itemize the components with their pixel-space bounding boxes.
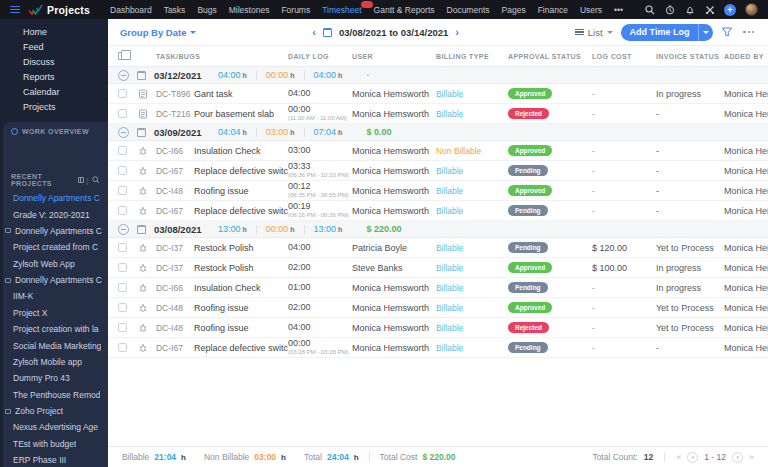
top-nav-item[interactable]: Tasks xyxy=(164,5,186,15)
group-by-dropdown[interactable]: Group By Date xyxy=(120,27,197,38)
recent-project-item[interactable]: Project X xyxy=(3,305,108,321)
col-billing-type[interactable]: BILLING TYPE xyxy=(436,53,508,60)
sidebar-item[interactable]: Home xyxy=(0,24,108,39)
row-checkbox[interactable] xyxy=(118,109,127,118)
collapse-all-icon[interactable] xyxy=(118,52,156,60)
row-checkbox[interactable] xyxy=(118,243,127,252)
row-checkbox[interactable] xyxy=(118,89,127,98)
recent-project-item[interactable]: Donnelly Apartments C xyxy=(3,190,108,206)
item-name[interactable]: Replace defective switches xyxy=(194,343,288,353)
table-row[interactable]: DC-I48 Roofing issue 00:12(06:35 PM - 06… xyxy=(108,181,768,201)
recent-project-item[interactable]: Donnelly Apartments C xyxy=(3,223,108,239)
row-checkbox[interactable] xyxy=(118,323,127,332)
item-name[interactable]: Roofing issue xyxy=(194,323,288,333)
recent-project-item[interactable]: Project creation with la xyxy=(3,321,108,337)
more-options-icon[interactable] xyxy=(741,29,756,35)
item-id[interactable]: DC-I66 xyxy=(156,283,194,293)
first-page-button[interactable]: « xyxy=(676,452,681,462)
recent-project-item[interactable]: Social Media Marketing xyxy=(3,337,108,353)
recent-project-item[interactable]: Grade V: 2020-2021 xyxy=(3,206,108,222)
row-checkbox[interactable] xyxy=(118,166,127,175)
sidebar-item[interactable]: Projects xyxy=(0,99,108,114)
item-id[interactable]: DC-I37 xyxy=(156,243,194,253)
recent-project-item[interactable]: Zylsoft Web App xyxy=(3,256,108,272)
top-nav-item[interactable]: Gantt & Reports xyxy=(374,5,435,15)
col-log-cost[interactable]: LOG COST xyxy=(592,53,656,60)
recent-project-item[interactable]: ERP Phase III xyxy=(3,452,108,467)
item-name[interactable]: Replace defective switches xyxy=(194,206,288,216)
item-id[interactable]: DC-I48 xyxy=(156,186,194,196)
row-checkbox[interactable] xyxy=(118,186,127,195)
sidebar-item[interactable]: Reports xyxy=(0,69,108,84)
col-daily-log[interactable]: DAILY LOG xyxy=(288,53,352,60)
tools-icon[interactable] xyxy=(704,4,715,15)
col-user[interactable]: USER xyxy=(352,53,436,60)
item-id[interactable]: DC-I67 xyxy=(156,166,194,176)
item-name[interactable]: Replace defective switches xyxy=(194,166,288,176)
top-nav-item[interactable]: Documents xyxy=(447,5,490,15)
recent-project-item[interactable]: Project created from C xyxy=(3,239,108,255)
collapse-group-icon[interactable] xyxy=(118,224,129,235)
collapse-group-icon[interactable] xyxy=(118,70,129,81)
top-nav-item[interactable]: Pages xyxy=(502,5,526,15)
item-id[interactable]: DC-T896 xyxy=(156,89,194,99)
row-checkbox[interactable] xyxy=(118,206,127,215)
recent-project-item[interactable]: Dummy Pro 43 xyxy=(3,370,108,386)
project-list-icon[interactable] xyxy=(78,177,84,183)
col-invoice-status[interactable]: INVOICE STATUS xyxy=(656,53,724,60)
sidebar-item[interactable]: Feed xyxy=(0,39,108,54)
project-search-icon[interactable] xyxy=(92,176,100,184)
top-nav-item[interactable]: ••• xyxy=(614,5,623,15)
table-row[interactable]: DC-I48 Roofing issue 04:00 Monica Hemswo… xyxy=(108,318,768,338)
row-checkbox[interactable] xyxy=(118,343,127,352)
table-row[interactable]: DC-I37 Restock Polish 02:00 Steve Banks … xyxy=(108,258,768,278)
item-id[interactable]: DC-I67 xyxy=(156,206,194,216)
item-name[interactable]: Roofing issue xyxy=(194,186,288,196)
add-time-log-dropdown[interactable] xyxy=(698,24,713,41)
last-page-button[interactable]: » xyxy=(749,452,754,462)
user-avatar[interactable] xyxy=(745,3,758,16)
item-id[interactable]: DC-T216 xyxy=(156,109,194,119)
top-nav-item[interactable]: Timesheet xyxy=(322,5,361,15)
row-checkbox[interactable] xyxy=(118,303,127,312)
hamburger-menu-icon[interactable] xyxy=(10,6,20,14)
top-nav-item[interactable]: Forums xyxy=(281,5,310,15)
table-row[interactable]: DC-T896 Gant task 04:00 Monica Hemsworth… xyxy=(108,84,768,104)
sidebar-item[interactable]: Calendar xyxy=(0,84,108,99)
next-week-button[interactable]: › xyxy=(455,27,459,38)
row-checkbox[interactable] xyxy=(118,263,127,272)
table-row[interactable]: DC-I67 Replace defective switches 00:19(… xyxy=(108,201,768,221)
calendar-picker-icon[interactable] xyxy=(323,28,332,37)
item-id[interactable]: DC-I67 xyxy=(156,343,194,353)
view-selector[interactable]: List xyxy=(575,27,613,38)
top-nav-item[interactable]: Milestones xyxy=(229,5,270,15)
top-nav-item[interactable]: Finance xyxy=(538,5,568,15)
recent-project-item[interactable]: TEst with budget xyxy=(3,436,108,452)
item-name[interactable]: Pour basement slab xyxy=(194,109,288,119)
row-checkbox[interactable] xyxy=(118,146,127,155)
collapse-group-icon[interactable] xyxy=(118,127,129,138)
search-icon[interactable] xyxy=(644,4,655,15)
quick-add-icon[interactable]: + xyxy=(724,4,736,16)
table-row[interactable]: DC-I66 Insulation Check 01:00 Monica Hem… xyxy=(108,278,768,298)
recent-project-item[interactable]: Nexus Advertising Age xyxy=(3,419,108,435)
col-task-bugs[interactable]: TASK/BUGS xyxy=(156,53,288,60)
table-row[interactable]: DC-I48 Roofing issue 02:00 Monica Hemswo… xyxy=(108,298,768,318)
item-name[interactable]: Insulation Check xyxy=(194,283,288,293)
table-row[interactable]: DC-I67 Replace defective switches 00:00(… xyxy=(108,338,768,358)
item-id[interactable]: DC-I48 xyxy=(156,323,194,333)
sidebar-item[interactable]: Discuss xyxy=(0,54,108,69)
group-header-row[interactable]: 03/08/2021 13:00h 00:00h 13:00h $ 220.00 xyxy=(108,221,768,238)
filter-icon[interactable] xyxy=(721,26,733,38)
group-header-row[interactable]: 03/09/2021 04:04h 03:00h 07:04h $ 0.00 xyxy=(108,124,768,141)
top-nav-item[interactable]: Users xyxy=(580,5,602,15)
table-row[interactable]: DC-I37 Restock Polish 04:00 Patricia Boy… xyxy=(108,238,768,258)
app-logo[interactable]: Projects xyxy=(28,4,90,16)
recent-project-item[interactable]: Donnelly Apartments C xyxy=(3,272,108,288)
item-name[interactable]: Roofing issue xyxy=(194,303,288,313)
table-row[interactable]: DC-T216 Pour basement slab 00:00(11:00 A… xyxy=(108,104,768,124)
row-checkbox[interactable] xyxy=(118,283,127,292)
recent-project-item[interactable]: Zylsoft Mobile app xyxy=(3,354,108,370)
recent-project-item[interactable]: Zoho Project xyxy=(3,403,108,419)
table-row[interactable]: DC-I67 Replace defective switches 03:33(… xyxy=(108,161,768,181)
